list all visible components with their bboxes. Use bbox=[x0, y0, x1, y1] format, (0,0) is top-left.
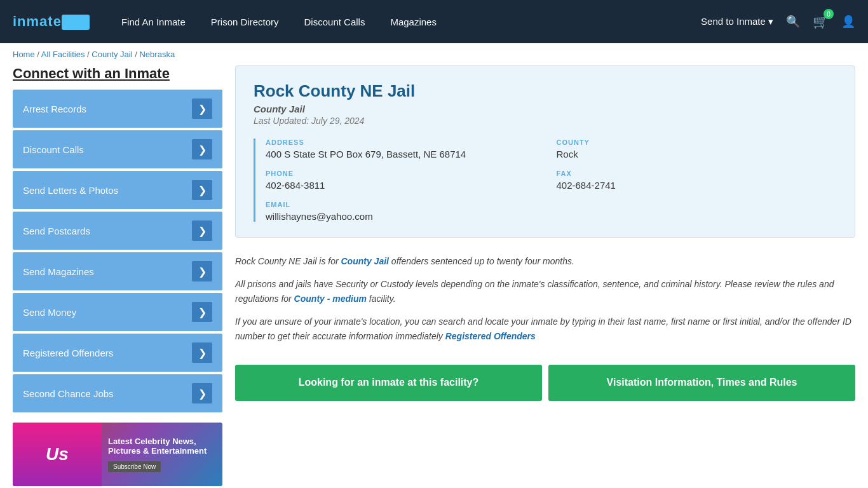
ad-banner-image: Us bbox=[13, 423, 102, 486]
nav-magazines[interactable]: Magazines bbox=[390, 17, 437, 27]
sidebar-arrow: ❯ bbox=[192, 220, 212, 241]
nav-find-inmate[interactable]: Find An Inmate bbox=[121, 17, 186, 27]
sidebar-arrow: ❯ bbox=[192, 180, 212, 200]
sidebar-item-send-magazines[interactable]: Send Magazines ❯ bbox=[13, 252, 222, 290]
sidebar-arrow: ❯ bbox=[192, 98, 212, 119]
county-value: Rock bbox=[557, 149, 837, 159]
facility-card: Rock County NE Jail County Jail Last Upd… bbox=[235, 65, 855, 238]
content: Rock County NE Jail County Jail Last Upd… bbox=[235, 65, 855, 486]
breadcrumb: Home / All Facilities / County Jail / Ne… bbox=[0, 43, 868, 65]
address-value: 400 S State St PO Box 679, Bassett, NE 6… bbox=[266, 149, 546, 159]
logo[interactable]: inmateAID bbox=[13, 13, 90, 30]
sidebar-title: Connect with an Inmate bbox=[13, 65, 222, 82]
phone-block: PHONE 402-684-3811 bbox=[266, 170, 546, 191]
nav-right: Send to Inmate ▾ 🔍 🛒 0 👤 bbox=[701, 14, 855, 29]
breadcrumb-state[interactable]: Nebraska bbox=[139, 50, 175, 59]
ad-subscribe-button[interactable]: Subscribe Now bbox=[108, 461, 161, 472]
cart-badge: 0 bbox=[824, 9, 834, 19]
sidebar-item-send-letters[interactable]: Send Letters & Photos ❯ bbox=[13, 171, 222, 209]
desc-para-2: All prisons and jails have Security or C… bbox=[235, 277, 855, 306]
sidebar-item-second-chance-jobs[interactable]: Second Chance Jobs ❯ bbox=[13, 374, 222, 412]
county-label: COUNTY bbox=[557, 139, 837, 146]
sidebar-item-label: Arrest Records bbox=[23, 104, 86, 114]
sidebar-item-label: Send Money bbox=[23, 307, 76, 318]
sidebar-arrow: ❯ bbox=[192, 302, 212, 322]
address-block: ADDRESS 400 S State St PO Box 679, Basse… bbox=[266, 139, 546, 159]
fax-value: 402-684-2741 bbox=[557, 180, 837, 191]
email-value: willishaynes@yahoo.com bbox=[266, 211, 837, 222]
user-icon[interactable]: 👤 bbox=[841, 15, 855, 29]
sidebar-item-arrest-records[interactable]: Arrest Records ❯ bbox=[13, 90, 222, 128]
facility-details: ADDRESS 400 S State St PO Box 679, Basse… bbox=[254, 139, 837, 222]
sidebar-item-label: Registered Offenders bbox=[23, 348, 113, 358]
sidebar-arrow: ❯ bbox=[192, 139, 212, 159]
facility-updated: Last Updated: July 29, 2024 bbox=[254, 116, 837, 126]
sidebar-item-discount-calls[interactable]: Discount Calls ❯ bbox=[13, 130, 222, 168]
sidebar-arrow: ❯ bbox=[192, 261, 212, 281]
county-medium-link[interactable]: County - medium bbox=[294, 294, 367, 304]
email-block: EMAIL willishaynes@yahoo.com bbox=[266, 201, 837, 222]
visitation-button[interactable]: Visitation Information, Times and Rules bbox=[548, 365, 855, 401]
sidebar-item-label: Second Chance Jobs bbox=[23, 388, 114, 399]
search-icon[interactable]: 🔍 bbox=[786, 15, 800, 29]
sidebar-item-registered-offenders[interactable]: Registered Offenders ❯ bbox=[13, 334, 222, 372]
breadcrumb-county-jail[interactable]: County Jail bbox=[92, 50, 132, 59]
sidebar-item-label: Send Letters & Photos bbox=[23, 185, 118, 196]
desc-para-3: If you are unsure of your inmate's locat… bbox=[235, 315, 855, 343]
sidebar-item-label: Discount Calls bbox=[23, 144, 84, 155]
county-block: COUNTY Rock bbox=[557, 139, 837, 159]
sidebar-item-send-postcards[interactable]: Send Postcards ❯ bbox=[13, 212, 222, 250]
ad-banner[interactable]: Us Latest Celebrity News, Pictures & Ent… bbox=[13, 423, 222, 486]
breadcrumb-all-facilities[interactable]: All Facilities bbox=[41, 50, 85, 59]
ad-banner-content: Latest Celebrity News, Pictures & Entert… bbox=[102, 430, 222, 478]
phone-value: 402-684-3811 bbox=[266, 180, 546, 191]
sidebar-item-label: Send Postcards bbox=[23, 226, 90, 236]
find-inmate-button[interactable]: Looking for an inmate at this facility? bbox=[235, 365, 542, 401]
sidebar-arrow: ❯ bbox=[192, 342, 212, 363]
desc-para-1: Rock County NE Jail is for County Jail o… bbox=[235, 254, 855, 268]
nav-prison-directory[interactable]: Prison Directory bbox=[211, 17, 279, 27]
registered-offenders-link[interactable]: Registered Offenders bbox=[445, 331, 536, 341]
ad-logo: Us bbox=[46, 444, 69, 464]
cart-wrapper[interactable]: 🛒 0 bbox=[813, 14, 829, 29]
email-label: EMAIL bbox=[266, 201, 837, 208]
sidebar-menu: Arrest Records ❯ Discount Calls ❯ Send L… bbox=[13, 90, 222, 412]
logo-text: inmateAID bbox=[13, 13, 90, 30]
main-layout: Connect with an Inmate Arrest Records ❯ … bbox=[0, 65, 868, 488]
county-jail-link[interactable]: County Jail bbox=[341, 256, 389, 266]
sidebar-item-send-money[interactable]: Send Money ❯ bbox=[13, 293, 222, 331]
sidebar-arrow: ❯ bbox=[192, 383, 212, 403]
sidebar: Connect with an Inmate Arrest Records ❯ … bbox=[13, 65, 222, 486]
facility-name: Rock County NE Jail bbox=[254, 81, 837, 101]
nav-discount-calls[interactable]: Discount Calls bbox=[304, 17, 365, 27]
header: inmateAID Find An Inmate Prison Director… bbox=[0, 0, 868, 43]
breadcrumb-home[interactable]: Home bbox=[13, 50, 35, 59]
fax-block: FAX 402-684-2741 bbox=[557, 170, 837, 191]
fax-label: FAX bbox=[557, 170, 837, 177]
logo-aid: AID bbox=[62, 15, 90, 30]
description: Rock County NE Jail is for County Jail o… bbox=[235, 248, 855, 358]
sidebar-item-label: Send Magazines bbox=[23, 266, 94, 277]
phone-label: PHONE bbox=[266, 170, 546, 177]
address-label: ADDRESS bbox=[266, 139, 546, 146]
nav: Find An Inmate Prison Directory Discount… bbox=[121, 17, 682, 27]
nav-send-to-inmate[interactable]: Send to Inmate ▾ bbox=[701, 16, 773, 27]
facility-type: County Jail bbox=[254, 104, 837, 114]
ad-title: Latest Celebrity News, Pictures & Entert… bbox=[108, 437, 216, 456]
bottom-buttons: Looking for an inmate at this facility? … bbox=[235, 365, 855, 401]
